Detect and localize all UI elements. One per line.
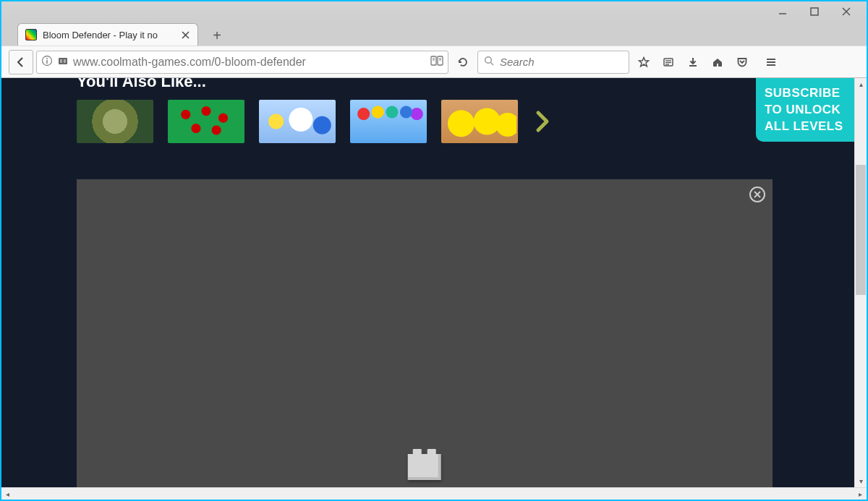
svg-rect-9 — [59, 58, 67, 64]
svg-rect-11 — [64, 59, 66, 63]
url-text: www.coolmath-games.com/0-bloom-defender — [73, 56, 426, 69]
bookmark-star-button[interactable] — [632, 51, 655, 74]
reload-button[interactable] — [451, 51, 475, 74]
subscribe-line: SUBSCRIBE — [765, 85, 846, 102]
web-page: You'll Also Like... SUBSCRIBE TO UNLOCK … — [1, 78, 854, 487]
plugin-prompt: This site uses a plugin that may slow Fi… — [320, 454, 529, 487]
svg-rect-10 — [60, 59, 62, 63]
svg-rect-12 — [431, 56, 436, 65]
search-bar[interactable] — [477, 51, 629, 74]
browser-window: Bloom Defender - Play it no + www.coolma… — [1, 1, 867, 500]
svg-point-18 — [485, 56, 492, 63]
pocket-button[interactable] — [731, 51, 754, 74]
svg-rect-13 — [438, 56, 443, 65]
svg-rect-8 — [46, 60, 48, 64]
tab-close-button[interactable] — [179, 28, 192, 41]
close-icon[interactable] — [749, 187, 765, 202]
home-button[interactable] — [706, 51, 729, 74]
downloads-button[interactable] — [681, 51, 705, 74]
svg-marker-20 — [639, 57, 649, 66]
content-viewport: You'll Also Like... SUBSCRIBE TO UNLOCK … — [1, 78, 867, 487]
window-maximize-button[interactable] — [799, 1, 830, 22]
url-bar[interactable]: www.coolmath-games.com/0-bloom-defender — [36, 51, 448, 74]
subscribe-line: ALL LEVELS — [765, 119, 846, 135]
subscribe-banner[interactable]: SUBSCRIBE TO UNLOCK ALL LEVELS — [756, 78, 854, 142]
svg-rect-1 — [811, 8, 818, 15]
scroll-up-arrow[interactable]: ▴ — [855, 78, 867, 90]
related-games-row — [77, 100, 553, 143]
favicon-icon — [25, 29, 37, 40]
reader-mode-icon[interactable] — [430, 55, 443, 69]
carousel-next-button[interactable] — [532, 107, 553, 136]
library-button[interactable] — [657, 51, 680, 74]
subscribe-line: TO UNLOCK — [765, 102, 846, 119]
game-thumbnail[interactable] — [259, 100, 336, 143]
search-icon — [484, 56, 494, 69]
scroll-right-arrow[interactable]: ▸ — [854, 488, 867, 500]
window-minimize-button[interactable] — [767, 1, 799, 22]
scroll-down-arrow[interactable]: ▾ — [855, 475, 867, 487]
toolbar-right-icons — [632, 51, 783, 74]
tab-strip: Bloom Defender - Play it no + — [1, 22, 867, 46]
permissions-icon[interactable] — [57, 55, 69, 69]
site-identity-icon[interactable] — [41, 55, 53, 69]
vertical-scrollbar[interactable]: ▴ ▾ — [854, 78, 867, 487]
window-close-button[interactable] — [830, 1, 862, 22]
scroll-left-arrow[interactable]: ◂ — [1, 488, 14, 500]
back-button[interactable] — [9, 50, 33, 74]
window-titlebar — [1, 1, 867, 22]
section-heading: You'll Also Like... — [77, 78, 206, 91]
game-thumbnail[interactable] — [350, 100, 427, 143]
horizontal-scrollbar[interactable]: ◂ ▸ — [1, 487, 867, 500]
game-thumbnail[interactable] — [77, 100, 153, 143]
navigation-toolbar: www.coolmath-games.com/0-bloom-defender — [1, 46, 867, 78]
search-input[interactable] — [500, 56, 623, 68]
browser-tab[interactable]: Bloom Defender - Play it no — [17, 23, 198, 46]
plugin-icon — [408, 454, 441, 480]
game-thumbnail[interactable] — [441, 100, 518, 143]
tab-title: Bloom Defender - Play it no — [43, 30, 173, 40]
vertical-scroll-thumb[interactable] — [856, 165, 866, 295]
svg-point-7 — [46, 58, 48, 59]
svg-line-19 — [491, 62, 494, 65]
new-tab-button[interactable]: + — [207, 25, 227, 46]
menu-button[interactable] — [760, 51, 783, 74]
flash-player-container: This site uses a plugin that may slow Fi… — [77, 179, 773, 487]
game-thumbnail[interactable] — [168, 100, 244, 143]
